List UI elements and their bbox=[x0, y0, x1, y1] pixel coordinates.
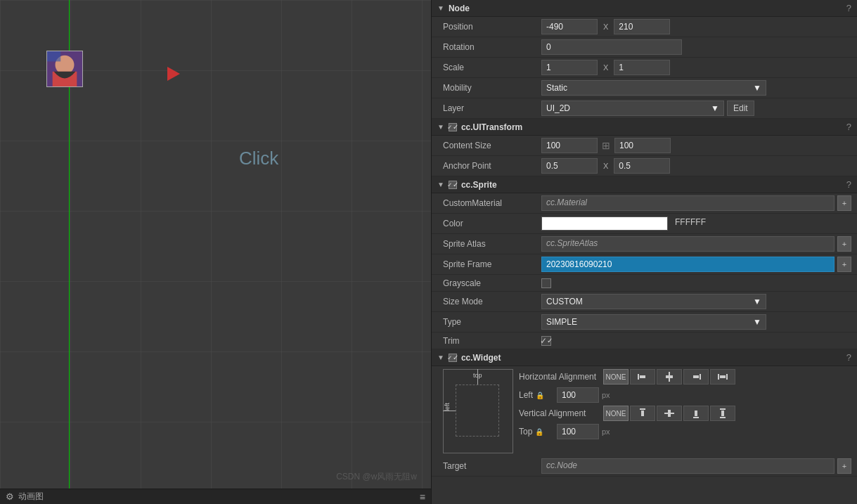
node-section-title: Node bbox=[449, 4, 470, 13]
scale-value: X bbox=[541, 60, 851, 75]
color-hex: FFFFFF bbox=[671, 216, 720, 231]
sprite-section-header[interactable]: ▼ ✓ cc.Sprite ? bbox=[432, 176, 857, 193]
size-mode-value: CUSTOM ▼ bbox=[541, 294, 851, 309]
h-align-stretch-btn[interactable] bbox=[710, 369, 735, 385]
v-align-top-btn[interactable] bbox=[630, 406, 655, 421]
watermark: CSDN @w风雨无阻w bbox=[336, 471, 417, 483]
vertical-alignment-label: Vertical Alignment bbox=[519, 408, 603, 418]
svg-rect-9 bbox=[693, 375, 699, 378]
trim-checkbox[interactable]: ✓ bbox=[541, 336, 551, 346]
layer-value: UI_2D ▼ Edit bbox=[541, 101, 851, 116]
left-offset-input[interactable] bbox=[557, 387, 599, 403]
canvas-arrow bbox=[167, 67, 180, 81]
layer-row: Layer UI_2D ▼ Edit bbox=[432, 98, 857, 119]
layer-dropdown-arrow: ▼ bbox=[711, 103, 719, 113]
rotation-input[interactable] bbox=[541, 39, 682, 55]
custom-material-btn[interactable]: + bbox=[837, 195, 851, 211]
target-label: Target bbox=[443, 461, 541, 471]
target-row: Target cc.Node + bbox=[432, 456, 857, 477]
anchor-x-input[interactable] bbox=[541, 158, 598, 174]
v-align-none-btn[interactable]: NONE bbox=[603, 406, 629, 421]
left-offset-label: Left 🔒 bbox=[519, 390, 554, 400]
svg-rect-7 bbox=[666, 375, 673, 378]
uitransform-section-header[interactable]: ▼ ✓ cc.UITransform ? bbox=[432, 119, 857, 136]
canvas-click-text: Click bbox=[239, 148, 278, 169]
h-align-none-btn[interactable]: NONE bbox=[603, 369, 629, 385]
size-mode-dropdown[interactable]: CUSTOM ▼ bbox=[541, 294, 766, 309]
position-x-input[interactable] bbox=[541, 19, 598, 34]
v-align-bottom-btn[interactable] bbox=[683, 406, 709, 421]
type-dropdown[interactable]: SIMPLE ▼ bbox=[541, 314, 766, 330]
canvas-sprite[interactable] bbox=[46, 51, 83, 87]
scale-x-input[interactable] bbox=[541, 60, 598, 75]
sprite-atlas-input[interactable]: cc.SpriteAtlas bbox=[541, 236, 835, 252]
sprite-checkbox[interactable]: ✓ bbox=[449, 181, 457, 189]
size-mode-arrow: ▼ bbox=[753, 297, 761, 306]
mobility-dropdown[interactable]: Static ▼ bbox=[541, 80, 766, 96]
svg-rect-14 bbox=[641, 411, 644, 416]
scale-row: Scale X bbox=[432, 58, 857, 78]
horizontal-alignment-label: Horizontal Alignment bbox=[519, 372, 603, 382]
node-chevron: ▼ bbox=[437, 4, 444, 12]
grayscale-value bbox=[541, 278, 851, 288]
custom-material-value: cc.Material + bbox=[541, 195, 851, 211]
top-offset-input[interactable] bbox=[557, 424, 599, 439]
content-size-x-input[interactable] bbox=[541, 138, 598, 153]
sprite-frame-input[interactable] bbox=[541, 257, 835, 272]
widget-visual: top left bbox=[443, 369, 513, 453]
content-size-y-input[interactable] bbox=[614, 138, 671, 153]
color-row: Color FFFFFF bbox=[432, 214, 857, 234]
sprite-help-icon[interactable]: ? bbox=[846, 179, 851, 190]
widget-section-header[interactable]: ▼ ✓ cc.Widget ? bbox=[432, 349, 857, 366]
node-section-header[interactable]: ▼ Node ? bbox=[432, 0, 857, 17]
top-offset-label: Top 🔒 bbox=[519, 427, 554, 437]
sprite-frame-btn[interactable]: + bbox=[837, 257, 851, 272]
custom-material-input[interactable]: cc.Material bbox=[541, 195, 835, 211]
v-align-stretch-btn[interactable] bbox=[710, 406, 735, 421]
node-help-icon[interactable]: ? bbox=[846, 3, 851, 13]
svg-rect-21 bbox=[721, 411, 724, 416]
sprite-image bbox=[47, 51, 82, 86]
h-align-left-btn[interactable] bbox=[630, 369, 655, 385]
uitransform-help-icon[interactable]: ? bbox=[846, 122, 851, 132]
scale-x-label: X bbox=[603, 63, 608, 72]
widget-top-label: top bbox=[473, 372, 482, 379]
uitransform-checkbox[interactable]: ✓ bbox=[449, 123, 457, 131]
svg-rect-16 bbox=[668, 410, 671, 417]
layer-dropdown[interactable]: UI_2D ▼ bbox=[541, 101, 724, 116]
widget-chevron: ▼ bbox=[437, 354, 444, 361]
v-align-middle-btn[interactable] bbox=[657, 406, 682, 421]
target-btn[interactable]: + bbox=[837, 458, 851, 474]
svg-rect-10 bbox=[718, 374, 719, 380]
grayscale-checkbox[interactable] bbox=[541, 278, 551, 288]
widget-checkbox[interactable]: ✓ bbox=[449, 354, 457, 362]
uitransform-chevron: ▼ bbox=[437, 123, 444, 131]
svg-rect-20 bbox=[720, 417, 726, 418]
custom-material-label: CustomMaterial bbox=[443, 198, 541, 208]
layer-edit-button[interactable]: Edit bbox=[727, 101, 754, 116]
anchor-y-input[interactable] bbox=[614, 158, 670, 174]
position-x-label: X bbox=[603, 22, 608, 31]
color-label: Color bbox=[443, 219, 541, 228]
widget-controls: Horizontal Alignment NONE bbox=[519, 369, 851, 453]
svg-rect-4 bbox=[638, 374, 639, 380]
horizontal-alignment-buttons: NONE bbox=[603, 369, 735, 385]
svg-rect-17 bbox=[693, 417, 699, 418]
type-value: SIMPLE ▼ bbox=[541, 314, 851, 330]
h-align-right-btn[interactable] bbox=[683, 369, 709, 385]
vertical-alignment-row: Vertical Alignment NONE bbox=[519, 406, 851, 421]
top-offset-unit: px bbox=[602, 427, 610, 436]
trim-label: Trim bbox=[443, 336, 541, 346]
position-y-input[interactable] bbox=[614, 19, 670, 34]
sprite-atlas-btn[interactable]: + bbox=[837, 236, 851, 252]
menu-icon[interactable]: ≡ bbox=[420, 491, 425, 503]
widget-help-icon[interactable]: ? bbox=[846, 352, 851, 363]
color-swatch[interactable] bbox=[541, 217, 668, 231]
content-size-w-icon: ⊞ bbox=[602, 140, 610, 151]
svg-rect-11 bbox=[726, 374, 728, 380]
scale-y-input[interactable] bbox=[614, 60, 670, 75]
h-align-center-btn[interactable] bbox=[657, 369, 682, 385]
target-input[interactable]: cc.Node bbox=[541, 458, 835, 474]
target-value: cc.Node + bbox=[541, 458, 851, 474]
left-lock-icon: 🔒 bbox=[536, 392, 544, 399]
